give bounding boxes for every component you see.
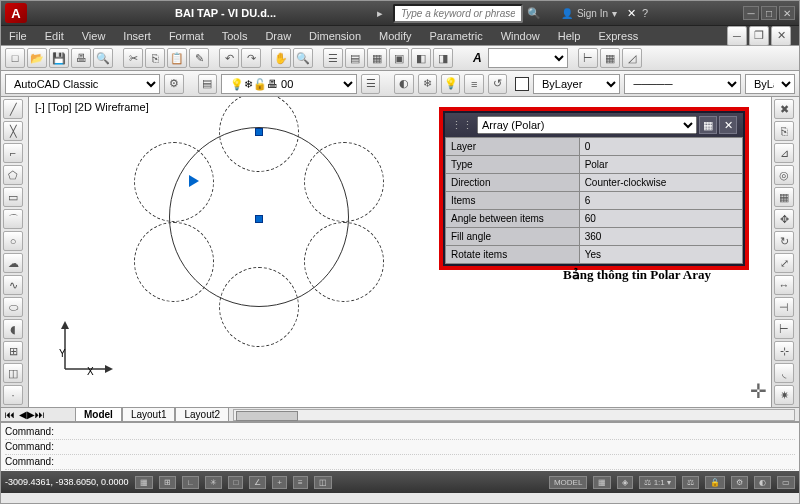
workspace-settings-icon[interactable]: ⚙ bbox=[164, 74, 183, 94]
exchange-icon[interactable]: ✕ bbox=[627, 7, 636, 20]
arc-icon[interactable]: ⌒ bbox=[3, 209, 23, 229]
annoscale-button[interactable]: ⚖ 1:1 ▾ bbox=[639, 476, 676, 489]
hscrollbar[interactable] bbox=[233, 409, 795, 421]
annovisible-button[interactable]: ⚖ bbox=[682, 476, 699, 489]
markup-icon[interactable]: ◧ bbox=[411, 48, 431, 68]
signin-button[interactable]: 👤 Sign In ▾ bbox=[561, 8, 617, 19]
panel-close-icon[interactable]: ✕ bbox=[719, 116, 737, 134]
menu-format[interactable]: Format bbox=[169, 30, 204, 42]
revcloud-icon[interactable]: ☁ bbox=[3, 253, 23, 273]
dim-icon[interactable]: ⊢ bbox=[578, 48, 598, 68]
rect-icon[interactable]: ▭ bbox=[3, 187, 23, 207]
pan-icon[interactable]: ✋ bbox=[271, 48, 291, 68]
erase-icon[interactable]: ✖ bbox=[774, 99, 794, 119]
menu-parametric[interactable]: Parametric bbox=[429, 30, 482, 42]
grip-center[interactable] bbox=[255, 215, 263, 223]
minimize-button[interactable]: ─ bbox=[743, 6, 759, 20]
search-input[interactable] bbox=[393, 4, 523, 23]
xline-icon[interactable]: ╳ bbox=[3, 121, 23, 141]
tool-palette-icon[interactable]: ▦ bbox=[367, 48, 387, 68]
ellipsearc-icon[interactable]: ◖ bbox=[3, 319, 23, 339]
coordinates[interactable]: -3009.4361, -938.6050, 0.0000 bbox=[5, 477, 129, 487]
menu-window[interactable]: Window bbox=[501, 30, 540, 42]
lineweight-select[interactable]: ByLa bbox=[745, 74, 795, 94]
match-icon[interactable]: ✎ bbox=[189, 48, 209, 68]
color-select[interactable]: ByLayer bbox=[533, 74, 620, 94]
otrack-button[interactable]: ∠ bbox=[249, 476, 266, 489]
menu-dimension[interactable]: Dimension bbox=[309, 30, 361, 42]
doc-close-button[interactable]: ✕ bbox=[771, 26, 791, 46]
zoom-icon[interactable]: 🔍 bbox=[293, 48, 313, 68]
layermatch-icon[interactable]: ≡ bbox=[464, 74, 483, 94]
offset-icon[interactable]: ◎ bbox=[774, 165, 794, 185]
preview-icon[interactable]: 🔍 bbox=[93, 48, 113, 68]
menu-draw[interactable]: Draw bbox=[265, 30, 291, 42]
polygon-icon[interactable]: ⬠ bbox=[3, 165, 23, 185]
menu-help[interactable]: Help bbox=[558, 30, 581, 42]
circle-icon[interactable]: ○ bbox=[3, 231, 23, 251]
tab-layout1[interactable]: Layout1 bbox=[122, 407, 176, 422]
panel-title-select[interactable]: Array (Polar) bbox=[477, 116, 697, 134]
doc-minimize-button[interactable]: ─ bbox=[727, 26, 747, 46]
command-window[interactable]: Command: Command: Command: bbox=[1, 421, 799, 471]
undo-icon[interactable]: ↶ bbox=[219, 48, 239, 68]
block-icon[interactable]: ◫ bbox=[3, 363, 23, 383]
ellipse-icon[interactable]: ⬭ bbox=[3, 297, 23, 317]
menu-tools[interactable]: Tools bbox=[222, 30, 248, 42]
model-button[interactable]: MODEL bbox=[549, 476, 587, 489]
mleader-icon[interactable]: ◿ bbox=[622, 48, 642, 68]
new-icon[interactable]: □ bbox=[5, 48, 25, 68]
color-swatch[interactable] bbox=[515, 77, 529, 91]
plot-icon[interactable]: 🖶 bbox=[71, 48, 91, 68]
copy-icon[interactable]: ⎘ bbox=[145, 48, 165, 68]
polar-button[interactable]: ✳ bbox=[205, 476, 222, 489]
layer-select[interactable]: 💡❄🔓🖶 00 bbox=[221, 74, 357, 94]
line-icon[interactable]: ╱ bbox=[3, 99, 23, 119]
copy-tool-icon[interactable]: ⎘ bbox=[774, 121, 794, 141]
trim-icon[interactable]: ⊣ bbox=[774, 297, 794, 317]
point-icon[interactable]: · bbox=[3, 385, 23, 405]
explode-icon[interactable]: ✷ bbox=[774, 385, 794, 405]
scale-icon[interactable]: ⤢ bbox=[774, 253, 794, 273]
menu-edit[interactable]: Edit bbox=[45, 30, 64, 42]
layer-states-icon[interactable]: ☰ bbox=[361, 74, 380, 94]
pline-icon[interactable]: ⌐ bbox=[3, 143, 23, 163]
ortho-button[interactable]: ∟ bbox=[182, 476, 200, 489]
layerfrz-icon[interactable]: ❄ bbox=[418, 74, 437, 94]
mirror-icon[interactable]: ⊿ bbox=[774, 143, 794, 163]
menu-modify[interactable]: Modify bbox=[379, 30, 411, 42]
qp-button[interactable]: ◫ bbox=[314, 476, 332, 489]
layer-props-icon[interactable]: ▤ bbox=[198, 74, 217, 94]
panel-grip-icon[interactable]: ⋮⋮ bbox=[451, 119, 473, 132]
linetype-select[interactable]: ───── bbox=[624, 74, 741, 94]
dyn-button[interactable]: + bbox=[272, 476, 287, 489]
paste-icon[interactable]: 📋 bbox=[167, 48, 187, 68]
menu-file[interactable]: File bbox=[9, 30, 27, 42]
menu-view[interactable]: View bbox=[82, 30, 106, 42]
grid-button[interactable]: ⊞ bbox=[159, 476, 176, 489]
isolate-button[interactable]: ◐ bbox=[754, 476, 771, 489]
osnap-button[interactable]: □ bbox=[228, 476, 243, 489]
rotate-icon[interactable]: ↻ bbox=[774, 231, 794, 251]
break-icon[interactable]: ⊹ bbox=[774, 341, 794, 361]
array-icon[interactable]: ▦ bbox=[774, 187, 794, 207]
sheet-icon[interactable]: ▤ bbox=[345, 48, 365, 68]
workspace-select[interactable]: AutoCAD Classic bbox=[5, 74, 160, 94]
grid2-button[interactable]: ▦ bbox=[593, 476, 611, 489]
table-icon[interactable]: ▦ bbox=[600, 48, 620, 68]
cut-icon[interactable]: ✂ bbox=[123, 48, 143, 68]
qselect-icon[interactable]: ◨ bbox=[433, 48, 453, 68]
redo-icon[interactable]: ↷ bbox=[241, 48, 261, 68]
tab-nav-next-icon[interactable]: ▶ bbox=[27, 409, 35, 420]
snap-button[interactable]: ▦ bbox=[135, 476, 153, 489]
menu-insert[interactable]: Insert bbox=[123, 30, 151, 42]
tab-nav-prev-icon[interactable]: ◀ bbox=[19, 409, 27, 420]
layerprev-icon[interactable]: ↺ bbox=[488, 74, 507, 94]
app-logo-icon[interactable]: A bbox=[5, 3, 27, 23]
close-button[interactable]: ✕ bbox=[779, 6, 795, 20]
open-icon[interactable]: 📂 bbox=[27, 48, 47, 68]
grip-top[interactable] bbox=[255, 128, 263, 136]
textstyle-select[interactable] bbox=[488, 48, 568, 68]
tab-layout2[interactable]: Layout2 bbox=[175, 407, 229, 422]
maximize-button[interactable]: □ bbox=[761, 6, 777, 20]
